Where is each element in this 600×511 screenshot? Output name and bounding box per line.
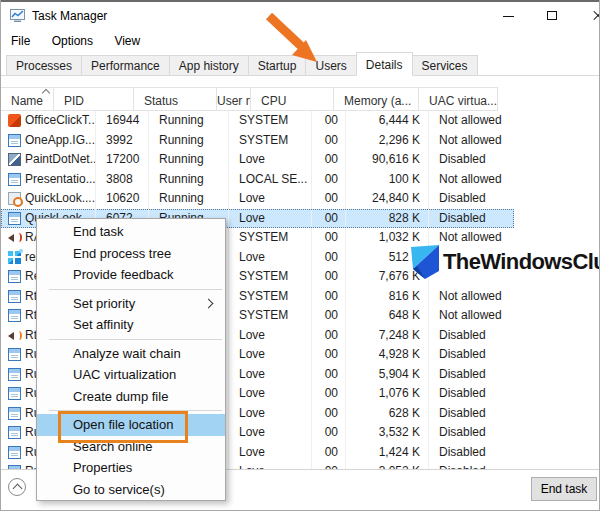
column-header[interactable]: Memory (a... — [334, 87, 419, 111]
cell-name: QuickLook.... — [1, 189, 96, 209]
cell-name: Presentatio... — [1, 170, 96, 190]
context-menu-item[interactable] — [37, 286, 225, 293]
context-menu: End task End process tree Provide feedba… — [36, 218, 226, 501]
cell-memory: 6,444 K — [346, 111, 429, 131]
context-menu-item[interactable]: Analyze wait chain — [37, 343, 225, 365]
cell-memory: 3,052 K — [346, 462, 429, 469]
context-menu-item-label: Set priority — [73, 296, 135, 311]
tab-label: App history — [179, 59, 239, 73]
thewindowsclub-logo-icon — [411, 245, 439, 279]
process-name: PaintDotNet... — [25, 152, 96, 166]
menu-options[interactable]: Options — [52, 29, 93, 48]
cell-cpu: 00 — [312, 248, 346, 268]
tab[interactable]: App history — [169, 55, 248, 76]
task-manager-icon — [10, 8, 25, 23]
table-row[interactable]: Presentatio... 3808 Running LOCAL SE... … — [1, 170, 514, 190]
context-menu-item-label: Analyze wait chain — [73, 346, 181, 361]
cell-user-name: Love — [229, 345, 312, 365]
cell-uac-virtualization: Disabled — [429, 404, 514, 424]
close-button[interactable] — [579, 2, 600, 29]
context-menu-item-label: Provide feedback — [73, 267, 173, 282]
column-header[interactable]: CPU — [251, 87, 334, 111]
cell-pid: 3992 — [96, 131, 149, 151]
column-header-label: Memory (a... — [344, 94, 411, 108]
tab[interactable]: Performance — [81, 55, 169, 76]
cell-cpu: 00 — [312, 131, 346, 151]
table-row[interactable]: OneApp.IG... 3992 Running SYSTEM 00 2,29… — [1, 131, 514, 151]
context-menu-item[interactable]: Search online — [37, 436, 225, 458]
table-row[interactable]: OfficeClickT... 16944 Running SYSTEM 00 … — [1, 111, 514, 131]
context-menu-item-label: End task — [73, 224, 124, 239]
process-icon — [8, 173, 21, 186]
context-menu-item[interactable]: UAC virtualization — [37, 364, 225, 386]
cell-uac-virtualization: Not allowed — [429, 306, 514, 326]
tab-label: Details — [366, 58, 403, 72]
context-menu-item[interactable]: Provide feedback — [37, 264, 225, 286]
cell-user-name: Love — [229, 462, 312, 469]
context-menu-item[interactable]: Set affinity — [37, 314, 225, 336]
process-name: Presentatio... — [25, 172, 96, 186]
column-header-label: Status — [144, 94, 178, 108]
cell-cpu: 00 — [312, 287, 346, 307]
cell-name: OneApp.IG... — [1, 131, 96, 151]
cell-memory: 648 K — [346, 306, 429, 326]
cell-uac-virtualization: Disabled — [429, 365, 514, 385]
cell-status: Running — [149, 189, 229, 209]
menu-file[interactable]: File — [11, 29, 30, 48]
cell-user-name: Love — [229, 404, 312, 424]
column-header-label: CPU — [261, 94, 286, 108]
table-row[interactable]: PaintDotNet... 17200 Running Love 00 90,… — [1, 150, 514, 170]
cell-memory: 7,248 K — [346, 326, 429, 346]
column-header[interactable]: Status — [134, 87, 217, 111]
context-menu-item[interactable]: End process tree — [37, 243, 225, 265]
column-header[interactable]: User name — [217, 87, 251, 111]
menu-view[interactable]: View — [114, 29, 140, 48]
process-name: QuickLook.... — [25, 191, 95, 205]
column-header[interactable]: PID — [54, 87, 134, 111]
column-header[interactable]: UAC virtua... — [419, 87, 498, 111]
cell-memory: 5,904 K — [346, 365, 429, 385]
cell-memory: 4,928 K — [346, 345, 429, 365]
cell-user-name: SYSTEM — [229, 287, 312, 307]
context-menu-item[interactable] — [37, 336, 225, 343]
context-menu-item-label: UAC virtualization — [73, 367, 176, 382]
context-menu-item[interactable]: End task — [37, 221, 225, 243]
column-header-label: Name — [11, 94, 43, 108]
cell-user-name: Love — [229, 248, 312, 268]
cell-status: Running — [149, 111, 229, 131]
table-row[interactable]: QuickLook.... 10620 Running Love 00 24,8… — [1, 189, 514, 209]
context-menu-item[interactable] — [37, 407, 225, 414]
fewer-details-button[interactable] — [8, 478, 26, 496]
cell-user-name: SYSTEM — [229, 228, 312, 248]
cell-uac-virtualization: Disabled — [429, 462, 514, 469]
context-menu-item[interactable]: Open file location — [37, 414, 225, 436]
context-menu-item[interactable]: Set priority — [37, 293, 225, 315]
cell-cpu: 00 — [312, 209, 346, 229]
process-icon — [8, 387, 21, 400]
context-menu-item[interactable]: Go to service(s) — [37, 479, 225, 501]
cell-cpu: 00 — [312, 384, 346, 404]
cell-memory: 1,076 K — [346, 384, 429, 404]
cell-cpu: 00 — [312, 326, 346, 346]
cell-user-name: Love — [229, 326, 312, 346]
process-icon — [8, 329, 21, 342]
context-menu-item[interactable]: Create dump file — [37, 386, 225, 408]
end-task-button[interactable]: End task — [531, 477, 597, 501]
context-menu-item[interactable]: Properties — [37, 457, 225, 479]
tab-label: Performance — [91, 59, 160, 73]
tab-label: Processes — [16, 59, 72, 73]
tab[interactable]: Details — [356, 52, 413, 76]
minimize-button[interactable] — [491, 2, 525, 29]
tab-strip: Processes Performance App history Startu… — [6, 53, 478, 76]
cell-user-name: Love — [229, 209, 312, 229]
cell-pid: 16944 — [96, 111, 149, 131]
maximize-button[interactable] — [535, 2, 569, 29]
cell-uac-virtualization: Disabled — [429, 443, 514, 463]
tab[interactable]: Processes — [6, 55, 81, 76]
cell-user-name: Love — [229, 365, 312, 385]
window-title: Task Manager — [32, 9, 107, 23]
cell-user-name: Love — [229, 150, 312, 170]
process-icon — [8, 309, 21, 322]
tab[interactable]: Services — [413, 55, 478, 76]
thewindowsclub-logo-text: TheWindowsClub — [443, 249, 600, 275]
